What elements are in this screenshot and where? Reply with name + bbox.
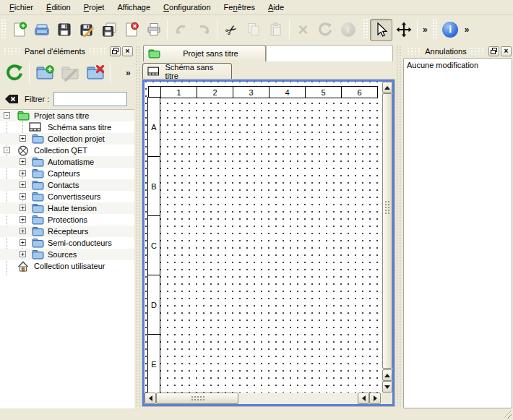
scroll-down-button[interactable] — [382, 381, 392, 393]
scrollbar-corner — [382, 393, 392, 404]
tree-item-convertisseurs[interactable]: + Convertisseurs — [0, 191, 134, 202]
undo-history-list[interactable]: Aucune modification — [403, 58, 512, 408]
delete-button[interactable]: × — [292, 19, 314, 41]
tree-item-sources[interactable]: + Sources — [0, 249, 134, 260]
expand-icon[interactable]: + — [20, 158, 26, 165]
scroll-left-button-2[interactable] — [358, 393, 369, 404]
horizontal-scroll-thumb[interactable] — [156, 393, 238, 404]
cut-button[interactable]: ✂ — [220, 19, 242, 41]
expand-icon[interactable]: + — [20, 216, 26, 223]
tree-item-collection-qet[interactable]: - Collection QET — [0, 145, 134, 156]
float-panel-button[interactable] — [110, 46, 121, 56]
edit-category-button[interactable] — [57, 60, 82, 86]
paste-button[interactable] — [264, 19, 287, 41]
elements-panel-titlebar[interactable]: Panel d'éléments × — [0, 45, 134, 57]
elements-tree: - Projet sans titre Schéma sans titre + — [0, 109, 134, 408]
scroll-left-button[interactable] — [145, 393, 156, 404]
save-all-button[interactable] — [98, 19, 120, 41]
toolbar-separator — [417, 20, 418, 39]
toolbar-overflow-chevron[interactable]: » — [462, 25, 472, 35]
horizontal-scrollbar[interactable] — [145, 393, 392, 404]
tree-item-label: Automatisme — [48, 158, 94, 166]
pan-mode-button[interactable] — [392, 19, 415, 41]
menu-configuration[interactable]: Configuration — [157, 1, 217, 14]
tree-item-collection-utilisateur[interactable]: Collection utilisateur — [0, 260, 134, 272]
vertical-scroll-thumb[interactable] — [382, 93, 392, 369]
toolbar-drag-handle[interactable] — [433, 20, 438, 40]
new-folder-icon — [35, 63, 55, 83]
toolbar-drag-handle[interactable] — [1, 20, 7, 40]
tree-item-collection-projet[interactable]: + Collection projet — [0, 133, 134, 145]
menu-bar: Fichier Édition Projet Affichage Configu… — [0, 0, 513, 15]
tab-projet-sans-titre[interactable]: Projet sans titre — [143, 45, 266, 61]
toolbar-overflow-chevron[interactable]: » — [420, 25, 430, 35]
tree-item-recepteurs[interactable]: + Récepteurs — [0, 226, 134, 237]
menu-fenetres[interactable]: Fenêtres — [217, 1, 262, 14]
tree-item-capteurs[interactable]: + Capteurs — [0, 168, 134, 179]
scroll-up-button[interactable] — [382, 82, 392, 93]
right-splitter[interactable] — [395, 45, 402, 408]
reload-collections-button[interactable] — [1, 60, 27, 86]
undo-list-item[interactable]: Aucune modification — [404, 59, 512, 72]
delete-category-button[interactable] — [82, 60, 108, 86]
tree-item-projet[interactable]: - Projet sans titre — [0, 110, 134, 121]
undo-panel-titlebar[interactable]: Annulations × — [403, 45, 513, 57]
collections-toolbar: » — [0, 57, 134, 89]
save-as-button[interactable] — [75, 19, 98, 41]
expand-icon[interactable]: + — [20, 135, 26, 142]
open-button[interactable] — [30, 19, 53, 41]
close-panel-button[interactable]: × — [501, 46, 512, 56]
vertical-scrollbar[interactable] — [382, 82, 392, 393]
menu-projet[interactable]: Projet — [77, 1, 111, 14]
rotate-button[interactable] — [314, 19, 337, 41]
close-document-button[interactable] — [120, 19, 142, 41]
element-info-button[interactable]: i — [337, 19, 359, 41]
diagram-scene[interactable]: 1 2 3 4 5 6 A B C D E — [145, 82, 382, 393]
menu-fichier[interactable]: Fichier — [3, 1, 40, 14]
print-icon — [145, 21, 163, 38]
tree-item-protections[interactable]: + Protections — [0, 214, 134, 226]
tree-item-label: Collection utilisateur — [34, 262, 105, 270]
scroll-up-button-2[interactable] — [382, 369, 392, 381]
element-info-icon: i — [341, 22, 355, 37]
tree-item-contacts[interactable]: + Contacts — [0, 179, 134, 191]
tree-item-schema[interactable]: Schéma sans titre — [0, 121, 134, 133]
float-panel-button[interactable] — [488, 46, 499, 56]
menu-aide[interactable]: Aide — [262, 1, 290, 14]
expand-icon[interactable]: + — [20, 170, 26, 176]
collapse-icon[interactable]: - — [4, 112, 10, 119]
expand-icon[interactable]: + — [20, 205, 26, 211]
close-document-icon — [123, 21, 140, 38]
tree-item-haute-tension[interactable]: + Haute tension — [0, 202, 134, 214]
copy-button[interactable] — [242, 19, 264, 41]
menu-edition[interactable]: Édition — [40, 1, 77, 14]
tab-schema-sans-titre[interactable]: Schéma sans titre — [142, 63, 232, 80]
print-button[interactable] — [142, 19, 165, 41]
new-category-button[interactable] — [32, 60, 57, 86]
save-button[interactable] — [53, 19, 75, 41]
expand-icon[interactable]: + — [20, 228, 26, 234]
left-splitter[interactable] — [134, 45, 142, 408]
filter-input[interactable] — [53, 92, 127, 106]
undo-button[interactable] — [170, 19, 192, 41]
panel-toolbar-overflow-chevron[interactable]: » — [123, 68, 133, 78]
close-panel-button[interactable]: × — [122, 46, 133, 56]
tree-item-semi-conducteurs[interactable]: + Semi-conducteurs — [0, 237, 134, 249]
collapse-icon[interactable]: - — [4, 147, 10, 153]
expand-icon[interactable]: + — [20, 181, 26, 188]
expand-icon[interactable]: + — [20, 239, 26, 246]
select-mode-button[interactable] — [370, 19, 392, 41]
select-arrow-icon — [374, 22, 389, 38]
redo-button[interactable] — [192, 19, 215, 41]
scroll-right-button[interactable] — [369, 393, 381, 404]
about-qet-button[interactable]: i — [439, 19, 462, 41]
expand-icon[interactable]: + — [20, 251, 26, 257]
tree-item-automatisme[interactable]: + Automatisme — [0, 156, 134, 168]
expand-icon[interactable]: + — [20, 193, 26, 200]
clear-filter-icon[interactable] — [4, 93, 19, 106]
toolbar-drag-handle[interactable] — [363, 20, 368, 40]
menu-affichage[interactable]: Affichage — [111, 1, 157, 14]
resize-grip[interactable] — [502, 409, 512, 419]
new-document-button[interactable] — [8, 19, 30, 41]
cut-icon: ✂ — [221, 20, 240, 40]
